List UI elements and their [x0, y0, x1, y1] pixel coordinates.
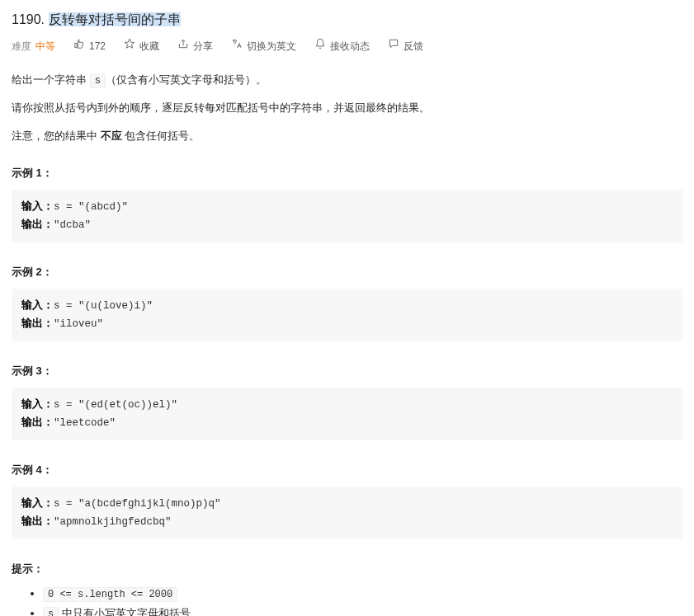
translate-icon: [231, 38, 243, 54]
hints-title: 提示：: [12, 561, 682, 577]
example-3-title: 示例 3：: [12, 363, 682, 379]
difficulty: 难度 中等: [12, 39, 55, 54]
example-4-title: 示例 4：: [12, 462, 682, 478]
feedback-button[interactable]: 反馈: [388, 38, 423, 54]
share-label: 分享: [193, 39, 213, 54]
share-icon: [177, 38, 189, 54]
comment-icon: [388, 38, 399, 54]
problem-name: 反转每对括号间的子串: [49, 12, 181, 26]
desc-p3: 注意，您的结果中 不应 包含任何括号。: [12, 128, 682, 144]
description: 给出一个字符串 s（仅含有小写英文字母和括号）。 请你按照从括号内到外的顺序，逐…: [12, 72, 682, 143]
example-2-title: 示例 2：: [12, 264, 682, 280]
star-icon: [124, 38, 135, 54]
thumbs-up-icon: [73, 38, 85, 54]
example-1-title: 示例 1：: [12, 165, 682, 181]
likes-button[interactable]: 172: [73, 38, 106, 54]
favorite-button[interactable]: 收藏: [124, 38, 159, 54]
bell-icon: [314, 38, 326, 54]
favorite-label: 收藏: [139, 39, 159, 54]
likes-count: 172: [89, 39, 106, 54]
difficulty-value: 中等: [35, 39, 55, 54]
example-4: 输入：s = "a(bcdefghijkl(mno)p)q" 输出："apmno…: [12, 487, 682, 540]
hints-list: 0 <= s.length <= 2000 s 中只有小写英文字母和括号 我们确…: [12, 585, 682, 617]
difficulty-label: 难度: [12, 39, 31, 54]
example-3: 输入：s = "(ed(et(oc))el)" 输出："leetcode": [12, 388, 682, 441]
example-2: 输入：s = "(u(love)i)" 输出："iloveu": [12, 289, 682, 342]
switch-lang-button[interactable]: 切换为英文: [231, 38, 296, 54]
hint-1: 0 <= s.length <= 2000: [43, 585, 682, 602]
meta-bar: 难度 中等 172 收藏 分享 切换为英文 接收动态 反馈: [12, 38, 682, 54]
switch-lang-label: 切换为英文: [247, 39, 296, 54]
desc-p1: 给出一个字符串 s（仅含有小写英文字母和括号）。: [12, 72, 682, 88]
share-button[interactable]: 分享: [177, 38, 213, 54]
desc-p2: 请你按照从括号内到外的顺序，逐层反转每对匹配括号中的字符串，并返回最终的结果。: [12, 100, 682, 116]
subscribe-button[interactable]: 接收动态: [314, 38, 370, 54]
hint-2: s 中只有小写英文字母和括号: [43, 605, 682, 617]
subscribe-label: 接收动态: [330, 39, 370, 54]
problem-number: 1190.: [12, 12, 45, 26]
example-1: 输入：s = "(abcd)" 输出："dcba": [12, 190, 682, 243]
problem-title: 1190. 反转每对括号间的子串: [12, 10, 682, 30]
code-s: s: [90, 73, 106, 88]
feedback-label: 反馈: [404, 39, 423, 54]
